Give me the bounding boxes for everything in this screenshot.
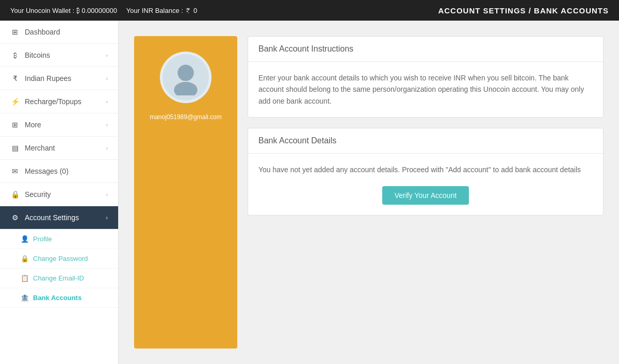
chevron-right-icon: ›: [106, 145, 108, 151]
chevron-right-icon: ›: [106, 52, 108, 58]
email-icon: 📋: [21, 274, 29, 282]
avatar-svg: [168, 59, 204, 95]
breadcrumb: ACCOUNT SETTINGS / BANK ACCOUNTS: [438, 6, 609, 15]
sidebar-item-messages-label: Messages (0): [25, 167, 69, 175]
sidebar-subitem-profile-label: Profile: [33, 235, 52, 243]
bank-icon: 🏦: [21, 294, 29, 302]
bank-details-card: Bank Account Details You have not yet ad…: [248, 128, 604, 215]
main-layout: ⊞ Dashboard ₿ Bitcoins › ₹ Indian Rupees…: [0, 21, 619, 364]
sidebar: ⊞ Dashboard ₿ Bitcoins › ₹ Indian Rupees…: [0, 21, 119, 364]
profile-card: manoj051989@gmail.com: [134, 36, 237, 349]
dashboard-icon: ⊞: [10, 28, 20, 36]
sidebar-item-recharge-label: Recharge/Topups: [25, 97, 82, 106]
sidebar-subitem-change-password-label: Change Password: [33, 255, 88, 262]
sidebar-item-dashboard-label: Dashboard: [25, 28, 60, 36]
messages-icon: ✉: [10, 167, 20, 175]
instructions-card: Bank Account Instructions Enter your ban…: [248, 36, 604, 118]
chevron-right-icon: ›: [106, 75, 108, 81]
chevron-right-icon: ›: [106, 98, 108, 105]
sidebar-subitem-change-password[interactable]: 🔒 Change Password: [0, 249, 118, 269]
security-icon: 🔒: [10, 190, 20, 198]
sidebar-subitem-change-email[interactable]: 📋 Change Email-ID: [0, 269, 118, 288]
no-account-message: You have not yet added any account detai…: [258, 164, 593, 175]
sidebar-item-merchant[interactable]: ▤ Merchant ›: [0, 137, 118, 160]
profile-icon: 👤: [21, 235, 29, 243]
svg-point-0: [177, 65, 194, 81]
sidebar-item-account-settings-label: Account Settings: [25, 213, 79, 222]
sidebar-item-recharge[interactable]: ⚡ Recharge/Topups ›: [0, 90, 118, 113]
avatar: [160, 52, 211, 103]
sidebar-item-bitcoins-label: Bitcoins: [25, 51, 50, 59]
svg-point-1: [174, 82, 198, 95]
inr-balance: Your INR Balance : ₹ 0: [126, 7, 198, 14]
sidebar-item-messages[interactable]: ✉ Messages (0): [0, 160, 118, 183]
chevron-right-icon: ›: [106, 191, 108, 197]
more-icon: ⊞: [10, 121, 20, 129]
verify-account-button[interactable]: Verify Your Account: [382, 186, 469, 205]
wallet-balance: Your Unocoin Wallet : ₿ 0.00000000: [10, 7, 117, 14]
sidebar-item-indian-rupees[interactable]: ₹ Indian Rupees ›: [0, 67, 118, 90]
main-content: manoj051989@gmail.com Bank Account Instr…: [119, 21, 619, 364]
instructions-text: Enter your bank account details to which…: [258, 72, 593, 107]
instructions-card-title: Bank Account Instructions: [248, 37, 603, 62]
sidebar-item-more[interactable]: ⊞ More ›: [0, 113, 118, 137]
sidebar-subitem-change-email-label: Change Email-ID: [33, 274, 84, 282]
chevron-right-icon: ›: [106, 214, 108, 221]
recharge-icon: ⚡: [10, 97, 20, 106]
rupee-icon: ₹: [10, 74, 20, 82]
lock-icon: 🔒: [21, 255, 29, 262]
topbar-wallet-info: Your Unocoin Wallet : ₿ 0.00000000 Your …: [10, 7, 197, 14]
sidebar-item-merchant-label: Merchant: [25, 144, 55, 152]
sidebar-item-security-label: Security: [25, 190, 51, 198]
sidebar-item-account-settings[interactable]: ⚙ Account Settings ›: [0, 206, 118, 229]
sidebar-item-rupees-label: Indian Rupees: [25, 74, 71, 82]
sidebar-item-dashboard[interactable]: ⊞ Dashboard: [0, 21, 118, 44]
merchant-icon: ▤: [10, 144, 20, 152]
sidebar-item-more-label: More: [25, 121, 41, 129]
sidebar-subitem-bank-accounts[interactable]: 🏦 Bank Accounts: [0, 288, 118, 308]
sidebar-item-security[interactable]: 🔒 Security ›: [0, 183, 118, 206]
bank-details-card-title: Bank Account Details: [248, 128, 603, 154]
settings-icon: ⚙: [10, 213, 20, 222]
sidebar-item-bitcoins[interactable]: ₿ Bitcoins ›: [0, 44, 118, 67]
content-area: Bank Account Instructions Enter your ban…: [248, 36, 604, 349]
sidebar-subitem-profile[interactable]: 👤 Profile: [0, 229, 118, 249]
sidebar-subitem-bank-accounts-label: Bank Accounts: [33, 294, 82, 302]
profile-email: manoj051989@gmail.com: [150, 113, 222, 121]
chevron-right-icon: ›: [106, 122, 108, 128]
bitcoin-icon: ₿: [10, 51, 20, 59]
topbar: Your Unocoin Wallet : ₿ 0.00000000 Your …: [0, 0, 619, 21]
